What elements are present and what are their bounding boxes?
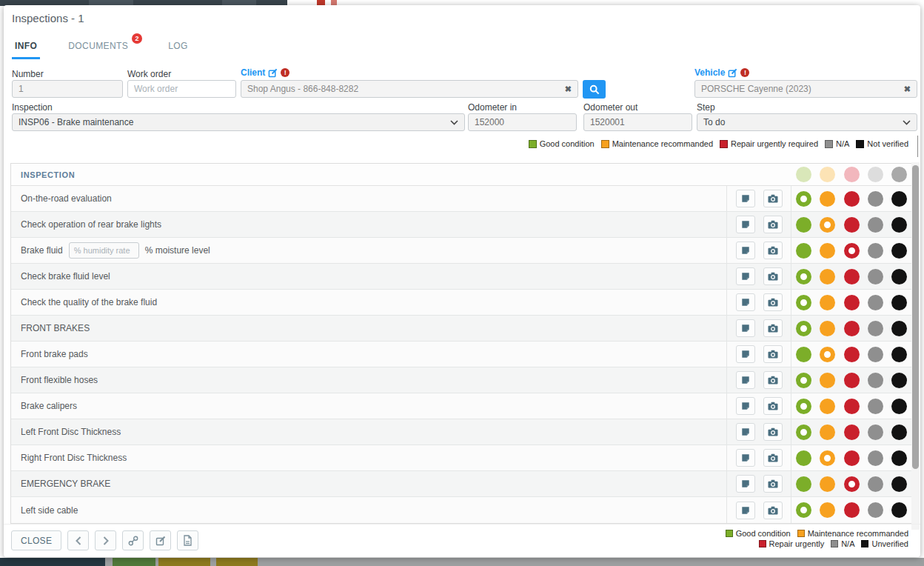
status-circle-not_verified[interactable] (891, 450, 907, 466)
edit-icon[interactable] (268, 68, 278, 78)
status-circle-maintenance[interactable] (820, 373, 835, 388)
work-order-input[interactable] (127, 80, 236, 98)
status-circle-na[interactable] (868, 321, 883, 336)
status-circle-maintenance[interactable] (820, 399, 835, 414)
previous-button[interactable] (67, 530, 89, 550)
status-circle-good[interactable] (796, 450, 811, 466)
status-circle-not_verified[interactable] (891, 347, 907, 362)
clear-vehicle-icon[interactable]: ✖ (900, 84, 911, 94)
note-button[interactable] (736, 475, 755, 493)
status-circle-good[interactable] (796, 243, 811, 259)
status-circle-maintenance[interactable] (820, 347, 835, 362)
status-circle-not_verified[interactable] (891, 373, 907, 388)
status-circle-good[interactable] (796, 424, 811, 440)
status-circle-na[interactable] (868, 217, 883, 233)
status-circle-na[interactable] (868, 191, 883, 207)
note-button[interactable] (736, 242, 755, 259)
status-circle-na[interactable] (868, 269, 883, 284)
number-input[interactable] (12, 80, 123, 98)
status-circle-na[interactable] (868, 295, 883, 310)
status-circle-not_verified[interactable] (891, 269, 907, 284)
camera-button[interactable] (763, 216, 783, 233)
camera-button[interactable] (763, 502, 783, 519)
status-circle-repair[interactable] (844, 502, 860, 518)
status-circle-maintenance[interactable] (820, 476, 835, 492)
note-button[interactable] (736, 423, 755, 441)
camera-button[interactable] (763, 190, 783, 207)
status-circle-not_verified[interactable] (891, 476, 907, 492)
camera-button[interactable] (763, 319, 783, 337)
status-circle-maintenance[interactable] (820, 424, 835, 440)
pdf-button[interactable] (177, 530, 198, 550)
vertical-scrollbar[interactable] (911, 162, 920, 530)
inspection-select[interactable]: INSP06 - Brake maintenance (12, 113, 465, 131)
camera-button[interactable] (763, 345, 783, 363)
note-button[interactable] (736, 293, 755, 311)
tab-documents[interactable]: DOCUMENTS 2 (65, 36, 131, 59)
status-circle-repair[interactable] (844, 321, 860, 336)
link-button[interactable] (122, 530, 144, 550)
status-circle-repair[interactable] (844, 476, 860, 492)
status-circle-good[interactable] (796, 269, 811, 284)
status-circle-not_verified[interactable] (891, 295, 907, 310)
camera-button[interactable] (763, 475, 783, 493)
camera-button[interactable] (763, 293, 783, 311)
status-circle-good[interactable] (796, 191, 811, 207)
status-circle-maintenance[interactable] (820, 217, 835, 233)
note-button[interactable] (736, 397, 755, 415)
tab-info[interactable]: INFO (12, 36, 40, 59)
humidity-rate-input[interactable] (69, 242, 139, 259)
note-button[interactable] (736, 319, 755, 337)
status-circle-maintenance[interactable] (820, 450, 835, 466)
status-circle-good[interactable] (796, 347, 811, 362)
status-circle-repair[interactable] (844, 217, 860, 233)
note-button[interactable] (736, 345, 755, 363)
camera-button[interactable] (763, 267, 783, 285)
step-select[interactable]: To do (697, 113, 917, 131)
vehicle-input[interactable]: PORSCHE Cayenne (2023) ✖ (694, 80, 917, 98)
camera-button[interactable] (763, 371, 783, 389)
status-circle-good[interactable] (796, 217, 811, 233)
status-circle-na[interactable] (868, 243, 883, 259)
status-circle-na[interactable] (868, 424, 883, 440)
note-button[interactable] (736, 190, 755, 207)
status-circle-not_verified[interactable] (891, 399, 907, 414)
vehicle-label[interactable]: Vehicle ! (694, 67, 749, 78)
status-circle-repair[interactable] (844, 424, 860, 440)
status-circle-repair[interactable] (844, 347, 860, 362)
status-circle-na[interactable] (868, 450, 883, 466)
status-circle-maintenance[interactable] (820, 502, 835, 518)
status-circle-repair[interactable] (844, 450, 860, 466)
scrollbar-thumb[interactable] (912, 165, 919, 469)
status-circle-maintenance[interactable] (820, 243, 835, 259)
status-circle-good[interactable] (796, 373, 811, 388)
status-circle-na[interactable] (868, 373, 883, 388)
status-circle-good[interactable] (796, 399, 811, 414)
client-label[interactable]: Client ! (241, 67, 289, 78)
camera-button[interactable] (763, 242, 783, 259)
status-circle-maintenance[interactable] (820, 191, 835, 207)
edit-button[interactable] (150, 530, 171, 550)
note-button[interactable] (736, 267, 755, 285)
clear-client-icon[interactable]: ✖ (560, 84, 572, 94)
status-circle-good[interactable] (796, 502, 811, 518)
status-circle-not_verified[interactable] (891, 321, 907, 336)
status-circle-repair[interactable] (844, 269, 860, 284)
note-button[interactable] (736, 216, 755, 233)
status-circle-maintenance[interactable] (820, 295, 835, 310)
status-circle-not_verified[interactable] (891, 424, 907, 440)
camera-button[interactable] (763, 423, 783, 441)
next-button[interactable] (95, 530, 116, 550)
status-circle-good[interactable] (796, 321, 811, 336)
status-circle-good[interactable] (796, 476, 811, 492)
close-button[interactable]: CLOSE (11, 530, 61, 550)
status-circle-repair[interactable] (844, 295, 860, 310)
status-circle-repair[interactable] (844, 243, 860, 259)
note-button[interactable] (736, 371, 755, 389)
status-circle-na[interactable] (868, 476, 883, 492)
status-circle-not_verified[interactable] (891, 502, 907, 518)
note-button[interactable] (736, 449, 755, 467)
client-input[interactable]: Shop Angus - 866-848-8282 ✖ (241, 80, 578, 98)
note-button[interactable] (736, 502, 755, 519)
status-circle-na[interactable] (868, 347, 883, 362)
